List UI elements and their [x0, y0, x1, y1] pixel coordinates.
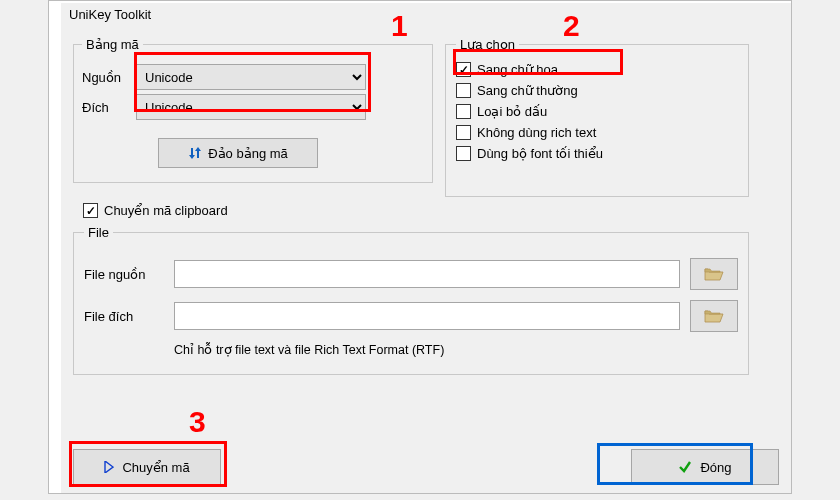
label-file-nguon: File nguồn	[84, 267, 174, 282]
checkbox-label: Dùng bộ font tối thiểu	[477, 146, 603, 161]
group-bang-ma: Bảng mã Nguồn Unicode Đích Unicode	[73, 37, 433, 183]
button-dong[interactable]: Đóng	[631, 449, 779, 485]
button-chuyen-ma[interactable]: Chuyển mã	[73, 449, 221, 485]
checkbox-label: Sang chữ hoa	[477, 62, 558, 77]
client-area: UniKey Toolkit Bảng mã Nguồn Unicode Đíc…	[61, 3, 791, 493]
checkbox-sang-chu-thuong[interactable]: Sang chữ thường	[456, 83, 738, 98]
group-file: File File nguồn File đích	[73, 225, 749, 375]
label-dich: Đích	[82, 100, 136, 115]
checkbox-label: Loại bỏ dấu	[477, 104, 547, 119]
swap-icon	[188, 146, 202, 160]
button-browse-nguon[interactable]	[690, 258, 738, 290]
checkbox-icon	[456, 146, 471, 161]
bottom-bar: Chuyển mã Đóng	[73, 449, 779, 485]
group-lua-chon: Lựa chọn Sang chữ hoa Sang chữ thường Lo…	[445, 37, 749, 197]
checkbox-icon	[456, 125, 471, 140]
label-nguon: Nguồn	[82, 70, 136, 85]
folder-open-icon	[704, 266, 724, 282]
checkbox-chuyen-ma-clipboard[interactable]: Chuyển mã clipboard	[83, 203, 228, 218]
checkbox-sang-chu-hoa[interactable]: Sang chữ hoa	[456, 62, 738, 77]
checkbox-icon	[456, 104, 471, 119]
checkbox-label: Sang chữ thường	[477, 83, 578, 98]
checkbox-icon	[456, 83, 471, 98]
checkbox-icon	[83, 203, 98, 218]
annotation-number-3: 3	[189, 405, 206, 439]
combo-dich[interactable]: Unicode	[136, 94, 366, 120]
window-title: UniKey Toolkit	[69, 7, 151, 22]
checkbox-khong-dung-rich-text[interactable]: Không dùng rich text	[456, 125, 738, 140]
checkbox-label: Chuyển mã clipboard	[104, 203, 228, 218]
checkbox-icon	[456, 62, 471, 77]
combo-nguon[interactable]: Unicode	[136, 64, 366, 90]
group-bang-ma-legend: Bảng mã	[82, 37, 143, 52]
window-frame: UniKey Toolkit Bảng mã Nguồn Unicode Đíc…	[48, 0, 792, 494]
check-icon	[678, 460, 692, 474]
button-dong-label: Đóng	[700, 460, 731, 475]
play-icon	[104, 461, 114, 473]
input-file-dich[interactable]	[174, 302, 680, 330]
label-file-dich: File đích	[84, 309, 174, 324]
button-browse-dich[interactable]	[690, 300, 738, 332]
file-hint: Chỉ hỗ trợ file text và file Rich Text F…	[174, 342, 738, 357]
checkbox-loai-bo-dau[interactable]: Loại bỏ dấu	[456, 104, 738, 119]
button-chuyen-ma-label: Chuyển mã	[122, 460, 189, 475]
input-file-nguon[interactable]	[174, 260, 680, 288]
checkbox-dung-bo-font-toi-thieu[interactable]: Dùng bộ font tối thiểu	[456, 146, 738, 161]
checkbox-label: Không dùng rich text	[477, 125, 596, 140]
group-lua-chon-legend: Lựa chọn	[456, 37, 519, 52]
folder-open-icon	[704, 308, 724, 324]
button-dao-label: Đảo bảng mã	[208, 146, 288, 161]
group-file-legend: File	[84, 225, 113, 240]
button-dao-bang-ma[interactable]: Đảo bảng mã	[158, 138, 318, 168]
